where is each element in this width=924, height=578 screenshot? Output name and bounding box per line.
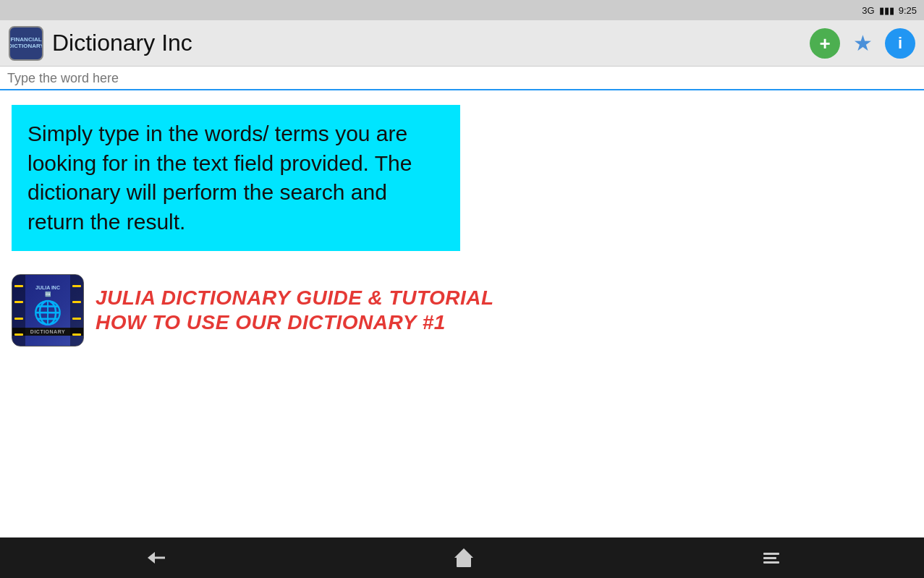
app-bar: FINANCIALDICTIONARY Dictionary Inc + ★ i [0, 20, 924, 67]
tutorial-card[interactable]: JULIA INC🆓 🌐 DICTIONARY JULIA DICTIONARY… [12, 274, 912, 347]
recents-button[interactable] [746, 547, 797, 569]
info-box: Simply type in the words/ terms you are … [12, 105, 460, 251]
tutorial-text-block: JULIA DICTIONARY GUIDE & TUTORIAL HOW TO… [96, 286, 494, 334]
app-bar-actions: + ★ i [810, 28, 915, 59]
signal-indicator: 3G [862, 5, 874, 16]
tutorial-thumbnail: JULIA INC🆓 🌐 DICTIONARY [12, 274, 84, 347]
battery-icon: ▮▮▮ [879, 5, 894, 16]
status-bar: 3G ▮▮▮ 9:25 [0, 0, 924, 20]
home-icon [454, 548, 473, 567]
home-button[interactable] [437, 543, 491, 573]
info-box-text: Simply type in the words/ terms you are … [27, 122, 412, 234]
recents-icon [763, 553, 779, 564]
status-bar-right: 3G ▮▮▮ 9:25 [862, 5, 917, 16]
app-title: Dictionary Inc [52, 30, 192, 56]
time-display: 9:25 [899, 5, 917, 16]
tutorial-thumb-top: JULIA INC🆓 [35, 285, 60, 297]
back-button[interactable] [127, 545, 182, 571]
search-bar [0, 67, 924, 90]
info-button[interactable]: i [885, 28, 915, 59]
bookmark-button[interactable]: ★ [847, 28, 878, 59]
search-input[interactable] [7, 71, 917, 86]
tutorial-title: JULIA DICTIONARY GUIDE & TUTORIAL [96, 286, 494, 310]
app-icon-inner: FINANCIALDICTIONARY [9, 37, 43, 50]
main-content: Simply type in the words/ terms you are … [0, 90, 924, 537]
tutorial-subtitle: HOW TO USE OUR DICTIONARY #1 [96, 310, 494, 335]
add-button[interactable]: + [810, 28, 840, 59]
back-icon [145, 551, 165, 565]
app-icon: FINANCIALDICTIONARY [9, 26, 43, 61]
app-bar-left: FINANCIALDICTIONARY Dictionary Inc [9, 26, 810, 61]
bottom-nav [0, 537, 924, 578]
globe-icon: 🌐 [33, 299, 62, 326]
